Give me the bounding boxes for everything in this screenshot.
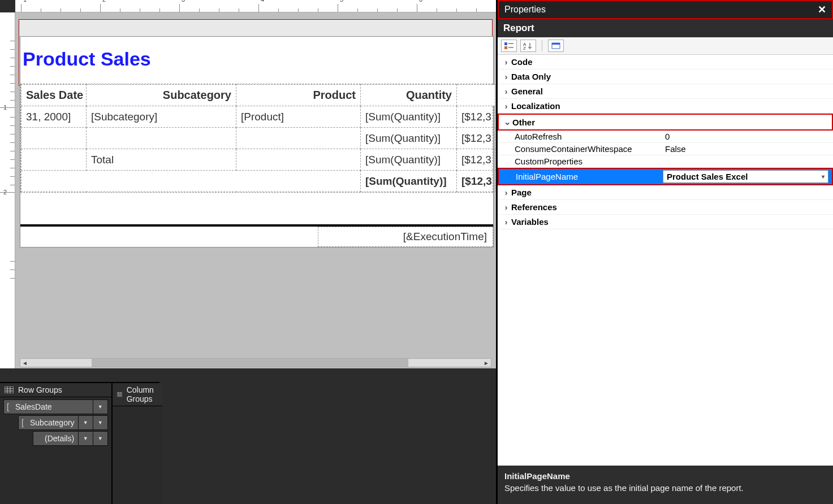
properties-title-text: Properties — [504, 5, 546, 15]
chevron-right-icon[interactable]: › — [501, 202, 511, 212]
tablix[interactable]: Sales Date Subcategory Product Quantity … — [20, 84, 493, 193]
prop-category-other[interactable]: ⌄Other — [498, 114, 833, 131]
page-footer[interactable]: [&ExecutionTime] — [20, 224, 493, 247]
col-header-product[interactable]: Product — [236, 85, 361, 106]
prop-value-editor[interactable]: Product Sales Excel ▾ — [663, 170, 828, 183]
row-group-item[interactable]: [ SalesDate ▼ — [3, 399, 108, 414]
row-group-item[interactable]: [ Subcategory ▼ ▼ — [18, 415, 108, 430]
row-groups-title: Row Groups — [18, 385, 62, 394]
cell-grandamt[interactable]: [$12,3 — [457, 171, 495, 192]
canvas[interactable]: Product Sales Sales Date Subcategory Pro… — [15, 12, 496, 368]
chevron-right-icon[interactable]: › — [501, 101, 511, 111]
sort-az-icon: AZ — [523, 42, 533, 50]
execution-time-textbox[interactable]: [&ExecutionTime] — [318, 227, 493, 247]
bracket-icon — [33, 434, 41, 443]
prop-category-localization[interactable]: ›Localization — [498, 99, 833, 114]
categorized-button[interactable] — [501, 40, 517, 52]
vruler-tick-2: 2 — [3, 189, 7, 195]
properties-object-selector[interactable]: Report — [498, 19, 833, 37]
ruler-tick-1: 1 — [23, 0, 27, 3]
row-group-label: (Details) — [41, 433, 78, 444]
table-icon — [117, 391, 122, 398]
cell-product[interactable]: [Product] — [236, 106, 361, 128]
help-property-desc: Specifies the value to use as the initia… — [504, 483, 826, 493]
scroll-track[interactable] — [29, 359, 482, 367]
prop-value[interactable]: False — [662, 144, 830, 154]
cell-total-label[interactable]: Total — [87, 149, 236, 171]
tablix-subtotal-row[interactable]: [Sum(Quantity)] [$12,3 — [21, 128, 495, 149]
properties-help: InitialPageName Specifies the value to u… — [498, 466, 833, 504]
properties-toolbar: AZ — [498, 37, 833, 55]
prop-row-customproperties[interactable]: CustomProperties — [498, 155, 833, 168]
horizontal-scrollbar[interactable]: ◄ ► — [20, 358, 491, 367]
svg-rect-0 — [5, 386, 14, 393]
tablix-grand-total-row[interactable]: [Sum(Quantity)] [$12,3 — [21, 171, 495, 192]
report-body[interactable]: Product Sales Sales Date Subcategory Pro… — [20, 36, 494, 247]
col-header-subcategory[interactable]: Subcategory — [87, 85, 236, 106]
ruler-tick-2: 2 — [102, 0, 106, 3]
cell-subqty[interactable]: [Sum(Quantity)] — [361, 128, 457, 149]
col-header-amount[interactable] — [457, 85, 495, 106]
prop-category-references[interactable]: ›References — [498, 200, 833, 215]
prop-row-consumewhitespace[interactable]: ConsumeContainerWhitespaceFalse — [498, 143, 833, 155]
bracket-icon: [ — [4, 402, 12, 411]
row-group-item[interactable]: (Details) ▼ ▼ — [33, 431, 108, 446]
svg-text:Z: Z — [523, 46, 526, 50]
chevron-right-icon[interactable]: › — [501, 86, 511, 96]
alphabetical-button[interactable]: AZ — [520, 40, 536, 52]
chevron-down-icon[interactable]: ▾ — [822, 173, 825, 180]
chevron-down-icon[interactable]: ▼ — [93, 400, 107, 414]
row-groups-column: Row Groups [ SalesDate ▼ [ Subcategory ▼… — [0, 383, 113, 504]
svg-rect-10 — [504, 42, 507, 45]
prop-row-autorefresh[interactable]: AutoRefresh0 — [498, 131, 833, 143]
vruler-tick-1: 1 — [3, 104, 7, 111]
cell-amount[interactable]: [$12,3 — [457, 106, 495, 128]
prop-category-general[interactable]: ›General — [498, 84, 833, 99]
chevron-down-icon[interactable]: ▼ — [93, 432, 107, 445]
bracket-icon: [ — [19, 418, 27, 427]
cell-salesdate[interactable]: 31, 2000] — [21, 106, 87, 128]
cell-totqty[interactable]: [Sum(Quantity)] — [361, 149, 457, 171]
prop-row-initialpagename[interactable]: InitialPageName Product Sales Excel ▾ — [498, 168, 833, 185]
prop-value[interactable]: 0 — [662, 132, 830, 141]
prop-category-dataonly[interactable]: ›Data Only — [498, 69, 833, 84]
chevron-right-icon[interactable]: › — [501, 217, 511, 227]
cell-subcategory[interactable]: [Subcategory] — [87, 106, 236, 128]
horizontal-ruler: 1 2 3 4 5 6 — [15, 0, 496, 12]
property-pages-icon — [551, 42, 561, 50]
prop-category-code[interactable]: ›Code — [498, 55, 833, 69]
chevron-down-icon[interactable]: ⌄ — [502, 117, 512, 127]
chevron-down-icon[interactable]: ▼ — [93, 416, 107, 429]
chevron-right-icon[interactable]: › — [501, 57, 511, 67]
chevron-right-icon[interactable]: › — [501, 188, 511, 197]
vertical-ruler: 1 2 — [0, 12, 15, 368]
prop-name: InitialPageName — [516, 172, 663, 181]
cell-grandqty[interactable]: [Sum(Quantity)] — [361, 171, 457, 192]
prop-category-variables[interactable]: ›Variables — [498, 215, 833, 229]
ruler-tick-4: 4 — [261, 0, 264, 3]
column-groups-list — [113, 406, 162, 504]
close-icon[interactable]: ✕ — [818, 3, 826, 16]
col-header-quantity[interactable]: Quantity — [361, 85, 457, 106]
prop-category-page[interactable]: ›Page — [498, 185, 833, 200]
scroll-thumb[interactable] — [92, 359, 408, 367]
tablix-data-row[interactable]: 31, 2000] [Subcategory] [Product] [Sum(Q… — [21, 106, 495, 128]
prop-value-text: Product Sales Excel — [667, 172, 748, 181]
col-header-salesdate[interactable]: Sales Date — [21, 85, 87, 106]
cell-quantity[interactable]: [Sum(Quantity)] — [361, 106, 457, 128]
chevron-down-icon[interactable]: ▼ — [78, 416, 93, 429]
scroll-left-arrow-icon[interactable]: ◄ — [20, 359, 29, 367]
properties-grid[interactable]: ›Code ›Data Only ›General ›Localization … — [498, 55, 833, 466]
categorized-icon — [504, 42, 514, 50]
scroll-right-arrow-icon[interactable]: ► — [482, 359, 491, 367]
tablix-header-row[interactable]: Sales Date Subcategory Product Quantity — [21, 85, 495, 106]
tablix-total-row[interactable]: Total [Sum(Quantity)] [$12,3 — [21, 149, 495, 171]
cell-subamt[interactable]: [$12,3 — [457, 128, 495, 149]
design-surface[interactable]: 1 2 3 4 5 6 1 2 Product Sales — [0, 0, 496, 504]
cell-totamt[interactable]: [$12,3 — [457, 149, 495, 171]
column-groups-header: Column Groups — [113, 383, 162, 406]
report-title[interactable]: Product Sales — [20, 37, 493, 84]
chevron-right-icon[interactable]: › — [501, 72, 511, 81]
property-pages-button[interactable] — [548, 40, 564, 52]
chevron-down-icon[interactable]: ▼ — [78, 432, 93, 445]
